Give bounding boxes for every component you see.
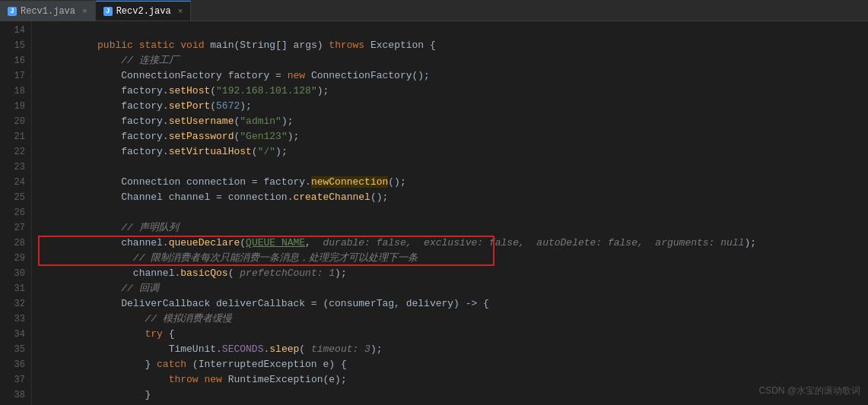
line-num-27: 💡 27	[0, 220, 25, 236]
line-num-22: 22	[0, 144, 25, 160]
line-num-32: 32	[0, 296, 25, 312]
line-num-16: 16	[0, 53, 25, 68]
code-content[interactable]: public static void main(String[] args) t…	[32, 21, 868, 405]
line-num-20: 20	[0, 114, 25, 129]
line-num-23: 23	[0, 160, 25, 175]
red-box-region: // 限制消费者每次只能消费一条消息，处理完才可以处理下一条 channel.b…	[32, 236, 868, 266]
line-num-18: 18	[0, 84, 25, 99]
line-num-34: 34	[0, 327, 25, 342]
line-num-33: 33	[0, 312, 25, 327]
line-num-36: 36	[0, 357, 25, 372]
tab-recv1[interactable]: J Recv1.java ×	[0, 1, 96, 21]
code-line-28: // 限制消费者每次只能消费一条消息，处理完才可以处理下一条	[32, 236, 868, 251]
tab-recv2-label: Recv2.java	[116, 6, 171, 17]
line-num-25: 25	[0, 190, 25, 205]
line-num-21: 21	[0, 129, 25, 144]
tab-recv1-label: Recv1.java	[21, 6, 75, 17]
tab-recv2-close[interactable]: ×	[178, 7, 183, 16]
line-num-26: 26	[0, 205, 25, 220]
code-line-23: Connection connection = factory.newConne…	[32, 160, 868, 175]
line-num-24: 24	[0, 175, 25, 190]
editor-area: ▶ 14 15 16 17 18 19 20 21 22 23 24 25 26…	[0, 21, 868, 405]
line-num-35: 35	[0, 342, 25, 357]
line-num-14: ▶ 14	[0, 23, 25, 38]
line-numbers: ▶ 14 15 16 17 18 19 20 21 22 23 24 25 26…	[0, 21, 32, 405]
line-num-31: 31	[0, 281, 25, 296]
code-line-26: // 声明队列	[32, 205, 868, 220]
recv1-file-icon: J	[8, 7, 17, 16]
line-num-38: 38	[0, 388, 25, 403]
line-num-29: 29	[0, 251, 25, 266]
watermark: CSDN @水宝的滚动歌词	[758, 384, 860, 397]
line-num-30: 30	[0, 266, 25, 281]
tab-recv1-close[interactable]: ×	[82, 7, 87, 16]
line-num-37: 37	[0, 372, 25, 388]
line-num-28: 28	[0, 236, 25, 251]
tab-recv2[interactable]: J Recv2.java ×	[96, 1, 192, 21]
line-num-19: 19	[0, 99, 25, 114]
line-num-17: 17	[0, 68, 25, 84]
recv2-file-icon: J	[103, 7, 113, 16]
code-line-38: String message = new String(delivery.get…	[32, 388, 868, 403]
tab-bar: J Recv1.java × J Recv2.java ×	[0, 0, 868, 21]
code-line-14: public static void main(String[] args) t…	[32, 23, 868, 38]
line-num-15: 15	[0, 38, 25, 53]
